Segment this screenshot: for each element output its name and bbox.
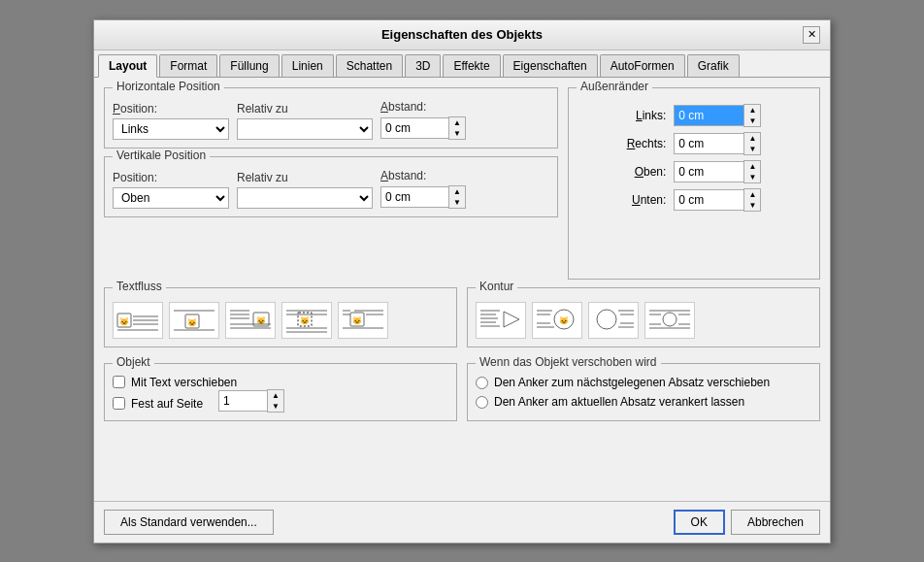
- unten-up[interactable]: ▲: [744, 189, 760, 200]
- textfluss-icon-4[interactable]: 🐱: [281, 302, 332, 339]
- mit-text-checkbox[interactable]: [113, 376, 125, 388]
- v-relative-label: Relativ zu: [237, 171, 373, 184]
- links-up[interactable]: ▲: [744, 105, 760, 116]
- oben-up[interactable]: ▲: [744, 161, 760, 172]
- content-area: Horizontale Position Position: Links Rel…: [94, 78, 830, 501]
- rechts-down[interactable]: ▼: [744, 144, 760, 154]
- seite-up[interactable]: ▲: [268, 390, 283, 401]
- title-bar: Eigenschaften des Objekts ✕: [94, 20, 830, 50]
- ok-button[interactable]: OK: [674, 510, 725, 535]
- svg-rect-50: [663, 313, 676, 326]
- abbrechen-button[interactable]: Abbrechen: [731, 510, 820, 535]
- seite-spin: ▲ ▼: [218, 389, 284, 413]
- left-panel: Horizontale Position Position: Links Rel…: [104, 87, 558, 280]
- h-position-group: Position: Links: [113, 102, 229, 140]
- rechts-up[interactable]: ▲: [744, 133, 760, 144]
- close-button[interactable]: ✕: [803, 26, 820, 44]
- textfluss-icon-3[interactable]: 🐱: [225, 302, 276, 339]
- fest-seite-row: Fest auf Seite ▲ ▼: [113, 389, 448, 413]
- standard-button[interactable]: Als Standard verwenden...: [104, 510, 274, 535]
- v-position-group: Position: Oben: [113, 171, 229, 209]
- tab-format[interactable]: Format: [159, 54, 217, 77]
- h-abstand-up[interactable]: ▲: [449, 117, 465, 128]
- textfluss-group: Textfluss 🐱: [104, 287, 457, 347]
- kontur-icon-1[interactable]: [476, 302, 526, 339]
- tab-3d[interactable]: 3D: [405, 54, 441, 77]
- right-panel: Außenränder Links: ▲ ▼ Rechts:: [568, 87, 820, 280]
- svg-text:🐱: 🐱: [559, 315, 569, 325]
- links-input[interactable]: [674, 105, 743, 126]
- tab-layout[interactable]: Layout: [98, 54, 157, 78]
- vertical-position-group: Vertikale Position Position: Oben Relati…: [104, 156, 558, 217]
- dialog: Eigenschaften des Objekts ✕ Layout Forma…: [93, 19, 831, 544]
- v-abstand-down[interactable]: ▼: [449, 197, 465, 208]
- kontur-icon-3[interactable]: [588, 302, 639, 339]
- seite-input[interactable]: [218, 390, 267, 412]
- textfluss-label: Textfluss: [113, 280, 166, 293]
- links-spin: ▲ ▼: [674, 104, 811, 127]
- tab-schatten[interactable]: Schatten: [336, 54, 403, 77]
- fest-seite-checkbox-row: Fest auf Seite: [113, 397, 203, 411]
- h-relative-label: Relativ zu: [237, 102, 373, 116]
- aussenrander-label: Außenränder: [577, 80, 652, 93]
- tab-effekte[interactable]: Effekte: [443, 54, 500, 77]
- oben-input[interactable]: [674, 161, 743, 182]
- tab-fullung[interactable]: Füllung: [219, 54, 279, 77]
- h-abstand-down[interactable]: ▼: [449, 128, 465, 139]
- objekt-label: Objekt: [113, 355, 154, 369]
- links-down[interactable]: ▼: [744, 116, 760, 126]
- svg-point-42: [597, 310, 616, 329]
- aussenrander-group: Außenränder Links: ▲ ▼ Rechts:: [568, 87, 820, 280]
- fest-seite-checkbox[interactable]: [113, 397, 125, 410]
- h-relative-group: Relativ zu: [237, 102, 373, 140]
- unten-spin: ▲ ▼: [674, 188, 811, 212]
- h-abstand-group: Abstand: ▲ ▼: [380, 100, 466, 140]
- anker1-radio[interactable]: [476, 377, 488, 389]
- h-position-select[interactable]: Links: [113, 118, 229, 140]
- svg-text:🐱: 🐱: [119, 316, 129, 326]
- top-panels: Horizontale Position Position: Links Rel…: [104, 87, 820, 280]
- v-position-label: Position:: [113, 171, 229, 184]
- rechts-spin: ▲ ▼: [674, 132, 811, 155]
- svg-marker-33: [504, 312, 519, 327]
- oben-down[interactable]: ▼: [744, 172, 760, 182]
- h-abstand-input[interactable]: [380, 117, 448, 139]
- textfluss-icon-1[interactable]: 🐱: [113, 302, 163, 339]
- rechts-input[interactable]: [674, 133, 743, 154]
- radio2-row: Den Anker am aktuellen Absatz verankert …: [476, 395, 811, 409]
- vertical-field-row: Position: Oben Relativ zu A: [113, 169, 549, 209]
- unten-label: Unten:: [577, 193, 666, 207]
- rechts-spinbtns: ▲ ▼: [743, 132, 761, 155]
- footer-right: OK Abbrechen: [674, 510, 820, 535]
- horizontal-position-label: Horizontale Position: [113, 80, 224, 93]
- seite-down[interactable]: ▼: [268, 401, 283, 412]
- v-abstand-up[interactable]: ▲: [449, 186, 465, 197]
- anker2-radio[interactable]: [476, 396, 488, 409]
- kontur-icon-4[interactable]: [644, 302, 695, 339]
- bottom-panels: Textfluss 🐱: [104, 287, 820, 355]
- svg-text:🐱: 🐱: [300, 315, 310, 325]
- tab-autoformen[interactable]: AutoFormen: [600, 54, 685, 77]
- objekt-group: Objekt Mit Text verschieben Fest auf Sei…: [104, 363, 457, 421]
- v-relative-select[interactable]: [237, 187, 373, 209]
- wenn-objekt-label: Wenn das Objekt verschoben wird: [476, 355, 661, 369]
- v-abstand-spinbtns: ▲ ▼: [448, 185, 466, 209]
- kontur-icons: 🐱: [476, 302, 811, 339]
- unten-input[interactable]: [674, 189, 743, 211]
- rechts-label: Rechts:: [577, 137, 666, 150]
- aussenrander-grid: Links: ▲ ▼ Rechts:: [577, 104, 811, 212]
- tab-linien[interactable]: Linien: [281, 54, 334, 77]
- v-relative-group: Relativ zu: [237, 171, 373, 209]
- v-abstand-input[interactable]: [380, 186, 448, 208]
- tab-grafik[interactable]: Grafik: [687, 54, 740, 77]
- fest-seite-label: Fest auf Seite: [131, 397, 203, 411]
- links-label: Links:: [577, 109, 666, 122]
- textfluss-icon-2[interactable]: 🐱: [169, 302, 219, 339]
- anker2-label: Den Anker am aktuellen Absatz verankert …: [494, 395, 744, 409]
- textfluss-icon-5[interactable]: 🐱: [338, 302, 388, 339]
- kontur-icon-2[interactable]: 🐱: [532, 302, 582, 339]
- v-position-select[interactable]: Oben: [113, 187, 229, 209]
- h-relative-select[interactable]: [237, 118, 373, 140]
- tab-eigenschaften[interactable]: Eigenschaften: [503, 54, 598, 77]
- unten-down[interactable]: ▼: [744, 200, 760, 211]
